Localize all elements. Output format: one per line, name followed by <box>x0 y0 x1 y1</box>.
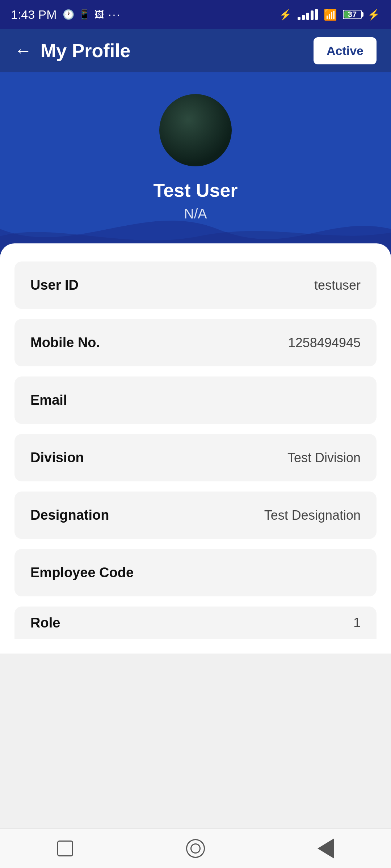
profile-header: Test User N/A <box>0 72 391 258</box>
home-button[interactable] <box>181 834 210 863</box>
status-right: ⚡ 📶 37 ⚡ <box>279 8 380 21</box>
user-subtitle: N/A <box>184 206 207 222</box>
signal-bars <box>298 9 318 20</box>
user-id-card: User ID testuser <box>14 261 377 309</box>
active-status-button[interactable]: Active <box>314 37 377 64</box>
employee-code-card: Employee Code <box>14 549 377 596</box>
employee-code-label: Employee Code <box>30 565 134 580</box>
home-circle-icon <box>186 839 205 858</box>
user-id-label: User ID <box>30 277 79 293</box>
mobile-no-value: 1258494945 <box>288 335 361 350</box>
bluetooth-icon: ⚡ <box>279 9 292 21</box>
role-card: Role 1 <box>14 607 377 639</box>
division-card: Division Test Division <box>14 434 377 481</box>
email-label: Email <box>30 392 67 408</box>
designation-card: Designation Test Designation <box>14 492 377 539</box>
user-name: Test User <box>153 179 237 201</box>
app-bar: ← My Profile Active <box>0 29 391 72</box>
bottom-navigation <box>0 828 391 868</box>
back-triangle-icon <box>318 838 334 859</box>
email-card: Email <box>14 376 377 424</box>
charging-icon: ⚡ <box>367 9 380 21</box>
profile-content: User ID testuser Mobile No. 1258494945 E… <box>0 243 391 654</box>
designation-value: Test Designation <box>264 508 361 523</box>
division-label: Division <box>30 450 84 465</box>
square-icon <box>57 841 73 856</box>
status-icons-left: 🕐 📱 🖼 ··· <box>63 8 121 21</box>
back-button[interactable]: ← <box>14 42 32 59</box>
user-id-value: testuser <box>314 278 361 293</box>
designation-label: Designation <box>30 507 109 523</box>
battery-level: 37 <box>348 10 357 19</box>
wifi-icon: 📶 <box>324 8 337 21</box>
role-label: Role <box>30 615 60 631</box>
back-button-nav[interactable] <box>311 834 340 863</box>
page-title: My Profile <box>41 40 131 61</box>
battery-indicator: 37 <box>343 10 362 19</box>
division-value: Test Division <box>287 450 361 465</box>
image-icon: 🖼 <box>94 9 104 20</box>
mobile-no-card: Mobile No. 1258494945 <box>14 319 377 366</box>
recent-apps-button[interactable] <box>51 834 80 863</box>
avatar <box>159 94 232 166</box>
status-time: 1:43 PM <box>11 8 57 22</box>
clock-icon: 🕐 <box>63 9 74 20</box>
status-bar: 1:43 PM 🕐 📱 🖼 ··· ⚡ 📶 37 <box>0 0 391 29</box>
sim-icon: 📱 <box>79 9 90 20</box>
role-value: 1 <box>353 615 361 630</box>
more-icon: ··· <box>108 8 121 21</box>
status-left: 1:43 PM 🕐 📱 🖼 ··· <box>11 8 121 22</box>
mobile-no-label: Mobile No. <box>30 335 100 350</box>
app-bar-left: ← My Profile <box>14 40 131 61</box>
